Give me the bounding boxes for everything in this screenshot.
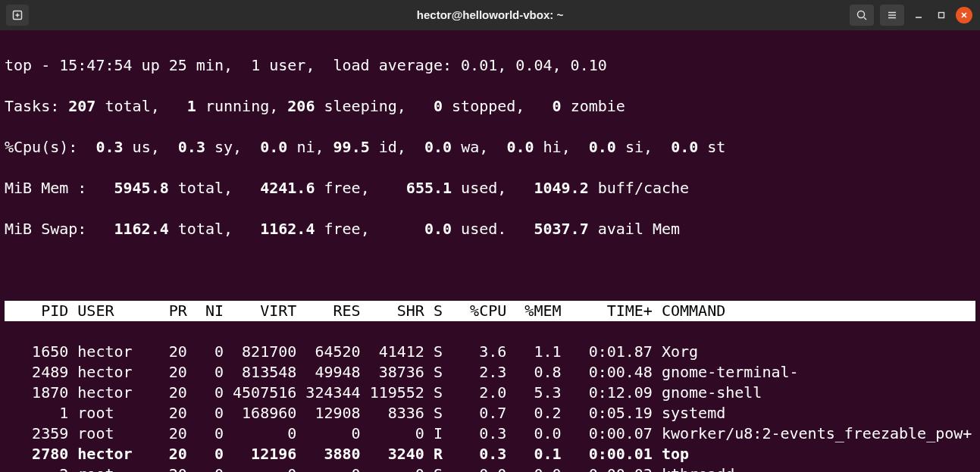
hamburger-menu-button[interactable] [880, 5, 904, 26]
search-button[interactable] [850, 5, 874, 26]
process-row: 1650 hector 20 0 821700 64520 41412 S 3.… [5, 342, 975, 362]
process-row: 2489 hector 20 0 813548 49948 38736 S 2.… [5, 362, 975, 383]
terminal-output[interactable]: top - 15:47:54 up 25 min, 1 user, load a… [0, 30, 980, 472]
tasks-line: Tasks: 207 total, 1 running, 206 sleepin… [5, 96, 975, 117]
mem-line: MiB Mem : 5945.8 total, 4241.6 free, 655… [5, 178, 975, 198]
process-row: 2359 root 20 0 0 0 0 I 0.3 0.0 0:00.07 k… [5, 424, 975, 444]
process-row: 1 root 20 0 168960 12908 8336 S 0.7 0.2 … [5, 403, 975, 424]
process-header-row: PID USER PR NI VIRT RES SHR S %CPU %MEM … [5, 301, 975, 321]
process-row: 2 root 20 0 0 0 0 S 0.0 0.0 0:00.03 kthr… [5, 464, 975, 472]
top-summary-line: top - 15:47:54 up 25 min, 1 user, load a… [5, 55, 975, 76]
svg-point-1 [858, 11, 865, 18]
maximize-button[interactable] [933, 7, 950, 23]
titlebar: hector@helloworld-vbox: ~ [0, 0, 980, 30]
close-button[interactable] [956, 7, 972, 23]
window-title: hector@helloworld-vbox: ~ [0, 8, 980, 23]
new-tab-button[interactable] [6, 5, 29, 26]
cpu-line: %Cpu(s): 0.3 us, 0.3 sy, 0.0 ni, 99.5 id… [5, 137, 975, 158]
svg-rect-2 [939, 13, 944, 18]
process-row: 1870 hector 20 0 4507516 324344 119552 S… [5, 383, 975, 403]
minimize-button[interactable] [910, 7, 927, 23]
blank-line [5, 260, 975, 280]
process-row: 2780 hector 20 0 12196 3880 3240 R 0.3 0… [5, 444, 975, 464]
swap-line: MiB Swap: 1162.4 total, 1162.4 free, 0.0… [5, 219, 975, 239]
